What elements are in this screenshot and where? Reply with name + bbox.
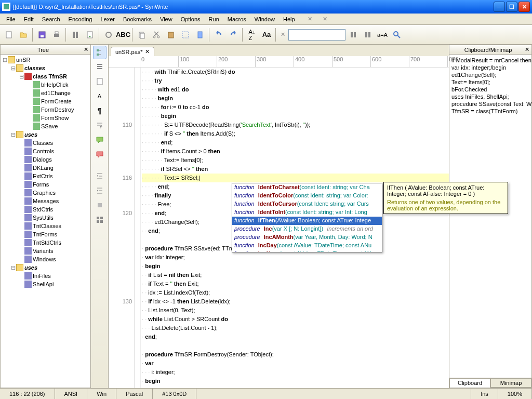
- find-prev-button[interactable]: [347, 28, 360, 42]
- status-eol[interactable]: Win: [87, 389, 116, 399]
- tree-method[interactable]: FormCreate: [2, 97, 89, 105]
- clipboard-item[interactable]: uses IniFiles, ShellApi;: [451, 93, 529, 100]
- tree-unit[interactable]: Forms: [2, 180, 89, 189]
- menu-search[interactable]: Search: [38, 15, 64, 23]
- undo-button[interactable]: [212, 28, 225, 42]
- settings-button[interactable]: [102, 28, 115, 42]
- tree-unit[interactable]: Classes: [2, 139, 89, 147]
- clipboard-close-icon[interactable]: ✕: [525, 46, 529, 53]
- redo-button[interactable]: [227, 28, 240, 42]
- autocomplete-item[interactable]: procedure IncAMonth(var Year, Month, Day…: [232, 233, 382, 242]
- menu-macros[interactable]: Macros: [223, 15, 250, 23]
- clipboard-item[interactable]: var idx: integer;/begin: [451, 64, 529, 71]
- paste-button[interactable]: [164, 28, 178, 42]
- tree-method[interactable]: SSave: [2, 122, 89, 130]
- menu-lexer[interactable]: Lexer: [96, 15, 119, 23]
- tree-unit[interactable]: Windows: [2, 255, 89, 263]
- vtool-unindent-icon[interactable]: [93, 184, 107, 197]
- tree-unit[interactable]: Messages: [2, 197, 89, 205]
- tree-method[interactable]: bHelpClick: [2, 81, 89, 89]
- autocomplete-item[interactable]: function IdentToCharset(const Ident: str…: [232, 183, 382, 192]
- tree-unit[interactable]: TntForms: [2, 230, 89, 238]
- save-button[interactable]: [35, 28, 49, 42]
- close-icon[interactable]: ✕: [281, 31, 285, 38]
- menu-edit[interactable]: Edit: [20, 15, 38, 23]
- maximize-button[interactable]: ☐: [506, 2, 517, 12]
- autocomplete-item[interactable]: procedure Inc(var X [; N: Longint]) Incr…: [232, 225, 382, 233]
- tree-unit[interactable]: DKLang: [2, 164, 89, 172]
- minimap-tab[interactable]: Minimap: [490, 378, 531, 388]
- tree-unit[interactable]: Controls: [2, 147, 89, 155]
- tree-unit[interactable]: IniFiles: [2, 272, 89, 280]
- status-encoding[interactable]: ANSI: [55, 389, 88, 399]
- autocomplete-item[interactable]: function IdentToInt(const Ident: string;…: [232, 208, 382, 217]
- tree-unit[interactable]: StdCtrls: [2, 205, 89, 214]
- copy-button[interactable]: [135, 28, 149, 42]
- vtool-uncomment-icon[interactable]: [93, 148, 107, 161]
- clipboard-item[interactable]: ed1Change(Self);: [451, 71, 529, 78]
- vtool-list-icon[interactable]: [93, 60, 107, 74]
- tree-unit[interactable]: Dialogs: [2, 155, 89, 164]
- tree-unit[interactable]: ShellApi: [2, 280, 89, 288]
- cut-button[interactable]: [150, 28, 163, 42]
- menu-bookmarks[interactable]: Bookmarks: [119, 15, 156, 23]
- tree-uses-2[interactable]: ⊟uses: [2, 263, 89, 272]
- tree-unit[interactable]: Variants: [2, 247, 89, 255]
- tree-close-icon[interactable]: ✕: [84, 46, 88, 53]
- code-tree[interactable]: ⊟unSR ⊟classes ⊟class TfmSR bHelpClicked…: [1, 55, 90, 388]
- match-case-button[interactable]: a=A: [376, 28, 389, 42]
- clipboard-item[interactable]: if ModalResult = mrCancel then: [451, 57, 529, 64]
- autocomplete-item[interactable]: function IfThen(AValue: Boolean; const A…: [232, 217, 382, 225]
- print-button[interactable]: [50, 28, 63, 42]
- vtool-para-icon[interactable]: ¶: [93, 104, 107, 117]
- open-file-button[interactable]: [17, 28, 30, 42]
- autocomplete-item[interactable]: function IdentToColor(const Ident: strin…: [232, 192, 382, 200]
- vtool-comment-icon[interactable]: [93, 133, 107, 147]
- minimize-button[interactable]: ─: [494, 2, 505, 12]
- tree-method[interactable]: ed1Change: [2, 89, 89, 97]
- tab-close-icon[interactable]: ✕: [145, 48, 150, 55]
- vtool-marker-icon[interactable]: [93, 198, 107, 212]
- new-file-button[interactable]: [2, 28, 16, 42]
- sort-button[interactable]: A↓Z: [245, 28, 259, 42]
- find-button[interactable]: [69, 28, 82, 42]
- clipboard-item[interactable]: bFor.Checked: [451, 86, 529, 93]
- tree-unit[interactable]: ExtCtrls: [2, 172, 89, 180]
- search-input[interactable]: [288, 29, 345, 41]
- menu-file[interactable]: File: [2, 15, 20, 23]
- tree-classes[interactable]: ⊟classes: [2, 64, 89, 72]
- tree-unit[interactable]: TntClasses: [2, 222, 89, 230]
- status-zoom[interactable]: 100%: [498, 389, 532, 399]
- tree-uses-1[interactable]: ⊟uses: [2, 130, 89, 139]
- clipboard-item[interactable]: Text:= Items[0];: [451, 78, 529, 86]
- vtool-wrap-icon[interactable]: [93, 118, 107, 132]
- search-button[interactable]: [390, 28, 404, 42]
- menu-options[interactable]: Options: [177, 15, 205, 23]
- tree-unit[interactable]: SysUtils: [2, 214, 89, 222]
- tree-unit[interactable]: TntStdCtrls: [2, 238, 89, 247]
- tab-close-icon[interactable]: ✕: [303, 15, 316, 23]
- export-button[interactable]: [83, 28, 97, 42]
- vtool-tree-icon[interactable]: [93, 46, 107, 59]
- menu-encoding[interactable]: Encoding: [64, 15, 97, 23]
- clipboard-tab[interactable]: Clipboard: [449, 378, 490, 388]
- clipboard-item[interactable]: TfmSR = class(TTntForm): [451, 108, 529, 115]
- clipboard-list[interactable]: if ModalResult = mrCancel thenvar idx: i…: [449, 55, 531, 378]
- close-button[interactable]: ✕: [518, 2, 530, 12]
- menu-help[interactable]: Help: [279, 15, 299, 23]
- select-all-button[interactable]: [179, 28, 192, 42]
- find-next-button[interactable]: [361, 28, 375, 42]
- fold-column[interactable]: [135, 68, 141, 388]
- menu-view[interactable]: View: [156, 15, 177, 23]
- tree-unit[interactable]: Graphics: [2, 189, 89, 197]
- autocomplete-popup[interactable]: function IdentToCharset(const Ident: str…: [232, 183, 382, 252]
- vtool-indent-icon[interactable]: [93, 169, 107, 183]
- autocomplete-item[interactable]: function IncHour(const AValue: TDateTime…: [232, 250, 382, 252]
- tree-class[interactable]: ⊟class TfmSR: [2, 72, 89, 81]
- tree-root[interactable]: ⊟unSR: [2, 56, 89, 64]
- vtool-font-icon[interactable]: A: [93, 89, 107, 103]
- menu-window[interactable]: Window: [250, 15, 279, 23]
- vtool-grid-icon[interactable]: [93, 213, 107, 227]
- spellcheck-button[interactable]: ABC: [116, 28, 130, 42]
- tab-close-all-icon[interactable]: ✕: [318, 15, 331, 23]
